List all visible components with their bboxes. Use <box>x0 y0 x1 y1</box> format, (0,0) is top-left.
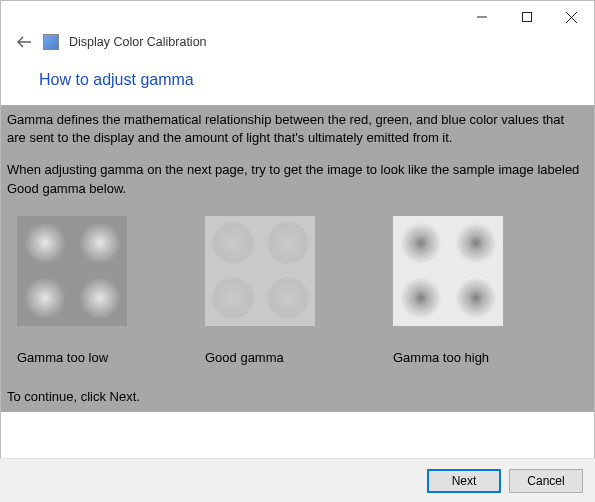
footer: Next Cancel <box>0 458 595 502</box>
minimize-button[interactable] <box>459 3 504 31</box>
label-gamma-good: Good gamma <box>205 350 325 365</box>
next-button[interactable]: Next <box>427 469 501 493</box>
intro-text: Gamma defines the mathematical relations… <box>7 111 586 147</box>
swatch-gamma-low <box>17 216 127 326</box>
page-title: How to adjust gamma <box>1 61 594 105</box>
cancel-button[interactable]: Cancel <box>509 469 583 493</box>
titlebar <box>1 1 594 31</box>
gamma-samples: Gamma too low Good gamma Gamma too high <box>7 212 586 371</box>
svg-rect-1 <box>522 13 531 22</box>
maximize-button[interactable] <box>504 3 549 31</box>
sample-gamma-low: Gamma too low <box>17 216 137 365</box>
sample-gamma-good: Good gamma <box>205 216 325 365</box>
header: Display Color Calibration <box>1 31 594 61</box>
close-button[interactable] <box>549 3 594 31</box>
swatch-gamma-high <box>393 216 503 326</box>
sample-gamma-high: Gamma too high <box>393 216 513 365</box>
swatch-gamma-good <box>205 216 315 326</box>
back-button[interactable] <box>15 33 33 51</box>
label-gamma-low: Gamma too low <box>17 350 137 365</box>
app-icon <box>43 34 59 50</box>
label-gamma-high: Gamma too high <box>393 350 513 365</box>
app-title: Display Color Calibration <box>69 35 207 49</box>
instruction-text: When adjusting gamma on the next page, t… <box>7 161 586 197</box>
content-area: Gamma defines the mathematical relations… <box>1 105 594 412</box>
continue-text: To continue, click Next. <box>7 389 586 404</box>
